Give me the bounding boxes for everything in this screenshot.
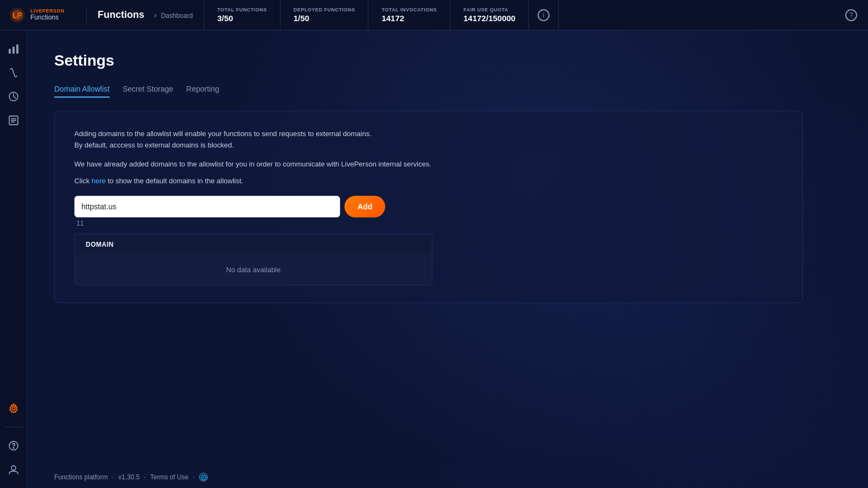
svg-point-11 [12,407,15,410]
stat-total-functions-label: TOTAL FUNCTIONS [217,7,267,12]
sidebar-item-schedule[interactable] [4,87,23,106]
sidebar-item-functions[interactable] [4,63,23,82]
help-icon[interactable]: ? [845,9,857,21]
breadcrumb-subtitle: Dashboard [161,12,193,20]
svg-point-13 [13,447,14,448]
here-link[interactable]: here [92,177,106,185]
main-layout: Settings Domain Allowlist Secret Storage… [0,30,868,488]
info-icon-area[interactable]: i [529,0,559,30]
tab-domain-allowlist[interactable]: Domain Allowlist [54,85,110,98]
stat-total-invocations-label: TOTAL INVOCATIONS [381,7,437,12]
click-here-text: Click here to show the default domains i… [74,177,783,185]
sidebar-item-help-bottom[interactable] [4,436,23,455]
footer: Functions platform · v1.30.5 · Terms of … [27,466,868,488]
help-icon-area[interactable]: ? [834,9,868,21]
stat-total-functions-value: 3/50 [217,14,267,23]
svg-rect-3 [9,49,11,54]
footer-separator-3: · [193,473,194,481]
sidebar-item-analytics[interactable] [4,39,23,59]
sidebar [0,30,27,488]
svg-point-14 [11,466,16,470]
page-title: Settings [54,52,841,69]
content-area: Settings Domain Allowlist Secret Storage… [27,30,868,488]
breadcrumb-title: Functions [98,9,144,21]
sidebar-item-logs[interactable] [4,111,23,130]
stat-total-invocations-value: 14172 [381,14,437,23]
settings-description-2: We have already added domains to the all… [74,160,783,168]
logo-text: LIVEPERSON Functions [30,9,65,21]
stat-fair-use-quota: FAIR USE QUOTA 14172/150000 [450,0,529,30]
svg-rect-5 [16,44,18,54]
footer-terms-link[interactable]: Terms of Use [150,473,189,481]
stat-fair-use-quota-value: 14172/150000 [463,14,515,23]
breadcrumb: Functions › Dashboard [87,0,204,30]
info-icon[interactable]: i [538,9,550,21]
liveperson-logo-icon: LP [9,7,26,24]
stat-deployed-functions: DEPLOYED FUNCTIONS 1/50 [280,0,369,30]
domain-table-empty: No data available [75,255,432,285]
svg-rect-4 [12,47,15,54]
tab-reporting[interactable]: Reporting [186,85,219,98]
settings-tabs: Domain Allowlist Secret Storage Reportin… [54,85,841,98]
stat-total-invocations: TOTAL INVOCATIONS 14172 [368,0,450,30]
logo-area: LP LIVEPERSON Functions [0,7,87,24]
stat-fair-use-quota-label: FAIR USE QUOTA [463,7,515,12]
functions-brand: Functions [30,14,65,21]
char-count: 11 [74,220,783,227]
domain-input[interactable] [74,196,340,217]
sidebar-item-user[interactable] [4,460,23,479]
sidebar-item-settings[interactable] [4,399,23,418]
footer-separator-2: · [144,473,145,481]
sidebar-divider [5,427,22,427]
footer-separator-1: · [112,473,114,481]
stat-deployed-functions-label: DEPLOYED FUNCTIONS [293,7,355,12]
stat-total-functions: TOTAL FUNCTIONS 3/50 [204,0,280,30]
breadcrumb-chevron-icon: › [154,11,157,20]
svg-text:LP: LP [12,11,22,20]
domain-table: DOMAIN No data available [74,234,432,285]
stat-deployed-functions-value: 1/50 [293,14,355,23]
footer-platform-text: Functions platform [54,473,108,481]
topbar: LP LIVEPERSON Functions Functions › Dash… [0,0,868,30]
settings-description-1: Adding domains to the allowlist will ena… [74,129,783,151]
tab-secret-storage[interactable]: Secret Storage [123,85,173,98]
domain-input-row: Add [74,196,783,217]
settings-card: Adding domains to the allowlist will ena… [54,111,803,303]
add-domain-button[interactable]: Add [344,196,385,217]
globe-icon: 🌐 [199,473,208,481]
footer-version: v1.30.5 [118,473,139,481]
domain-table-header: DOMAIN [75,234,432,255]
